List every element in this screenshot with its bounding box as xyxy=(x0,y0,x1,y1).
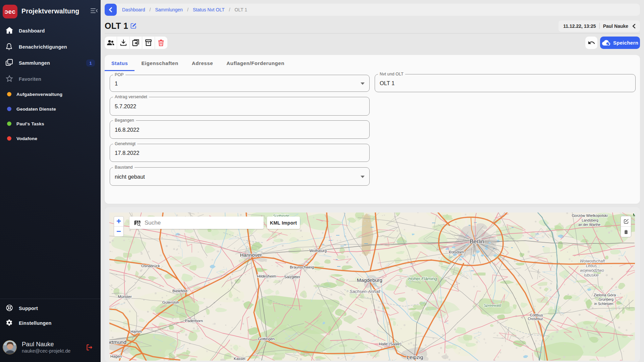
svg-text:Landsberg: Landsberg xyxy=(582,218,598,222)
svg-text:Spreewald: Spreewald xyxy=(484,303,501,307)
svg-text:an der Warthe: an der Warthe xyxy=(578,223,600,227)
svg-text:Sachsen-Anhalt: Sachsen-Anhalt xyxy=(350,289,381,294)
svg-text:Cottbus: Cottbus xyxy=(530,313,543,317)
svg-text:Zielona Góra: Zielona Góra xyxy=(594,293,616,297)
svg-text:Chóśebuz: Chóśebuz xyxy=(528,317,543,321)
svg-text:Kassel: Kassel xyxy=(234,357,246,361)
svg-text:Paderborn: Paderborn xyxy=(185,319,203,323)
svg-text:Magdeburg: Magdeburg xyxy=(357,277,382,283)
svg-text:Bielefeld: Bielefeld xyxy=(172,289,187,293)
svg-text:Lebus: Lebus xyxy=(586,263,597,268)
svg-text:Salzgitter: Salzgitter xyxy=(284,275,300,279)
svg-text:ortmund: ortmund xyxy=(109,339,126,345)
svg-text:M: M xyxy=(633,213,635,218)
svg-text:Grünberg: Grünberg xyxy=(599,297,614,301)
svg-text:Gütersloh: Gütersloh xyxy=(162,300,179,304)
svg-text:Hannover: Hannover xyxy=(240,252,262,258)
svg-text:Hoher Fläming: Hoher Fläming xyxy=(408,276,437,281)
svg-text:Hamm: Hamm xyxy=(130,329,142,334)
svg-text:województwo: województwo xyxy=(580,268,604,273)
svg-text:Braunschweig: Braunschweig xyxy=(290,265,314,269)
svg-text:lubuskie: lubuskie xyxy=(584,273,599,278)
svg-text:in Schlesien: in Schlesien xyxy=(594,302,613,306)
svg-text:Potsdam: Potsdam xyxy=(449,250,464,254)
svg-text:Hildesheim: Hildesheim xyxy=(257,274,276,278)
svg-text:Leipzig: Leipzig xyxy=(407,354,423,360)
svg-text:Gorzów Wielkopolski: Gorzów Wielkopolski xyxy=(572,214,608,218)
svg-text:Woiwodschaft: Woiwodschaft xyxy=(580,259,605,263)
svg-text:Halle (Saale): Halle (Saale) xyxy=(379,342,401,346)
svg-text:Münster: Münster xyxy=(118,295,132,299)
svg-text:Osnabrück: Osnabrück xyxy=(141,264,160,268)
svg-text:Berlin: Berlin xyxy=(470,238,484,245)
svg-text:Wolfsburg: Wolfsburg xyxy=(309,249,327,253)
svg-text:Hagen: Hagen xyxy=(110,354,122,358)
svg-text:Göttingen: Göttingen xyxy=(258,337,275,341)
